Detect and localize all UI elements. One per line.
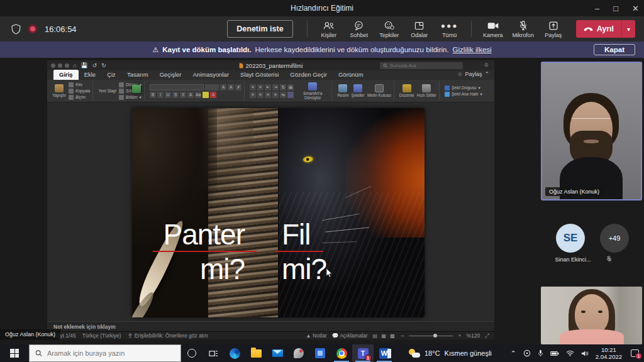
cortana-button[interactable] (181, 344, 203, 362)
quick-styles-button[interactable]: Hızlı Stiller (417, 84, 436, 97)
align-objects-button[interactable] (287, 92, 294, 98)
shape-fill-button[interactable]: Şekil Dolgusu ▾ (445, 85, 482, 90)
video-tile-speaking[interactable]: Oğuz Aslan (Konuk) (541, 62, 642, 200)
shadow-button[interactable]: X (180, 92, 186, 98)
taskbar-clock[interactable]: 10:21 2.04.2022 (596, 346, 622, 360)
clear-format-button[interactable]: ✗ (235, 84, 242, 90)
paragraph-controls[interactable]: ≡ ≡ ⇤ ⇥ ⇅ ▤ ≡ ≡ ≡ ≡ ⇆ (250, 84, 294, 98)
action-center-button[interactable]: 1 (629, 348, 640, 358)
slide-canvas[interactable]: Panter mi? Fil mi? (132, 108, 425, 317)
columns-button[interactable]: ▤ (287, 84, 294, 90)
teams-taskbar-button[interactable]: T1 (352, 344, 374, 362)
close-button[interactable]: ✕ (632, 4, 639, 13)
people-button[interactable]: Kişiler (315, 20, 343, 38)
indent-more-button[interactable]: ⇥ (272, 84, 279, 90)
format-painter-button[interactable]: Biçim (69, 95, 91, 100)
font-size-dropdown[interactable] (205, 84, 219, 90)
fit-slide-button[interactable]: ⤢ (485, 332, 489, 339)
taskbar-search-input[interactable] (47, 349, 175, 357)
font-controls[interactable]: A A ✗ B I U S X A Aa (150, 84, 242, 98)
chevron-up-icon[interactable]: ⌃ (511, 349, 516, 358)
tab-ciz[interactable]: Çiz (101, 70, 121, 80)
smartart-button[interactable]: SmartArt'a Dönüştür (296, 82, 329, 100)
video-tile-2[interactable] (541, 287, 642, 344)
volume-icon[interactable] (581, 350, 589, 357)
mac-window-controls[interactable] (51, 63, 69, 68)
privacy-policy-link[interactable]: Gizlilik ilkesi (453, 46, 492, 53)
new-slide-button[interactable]: Yeni Slayt (98, 89, 116, 93)
view-buttons[interactable]: ▤ ▦ ▩ (373, 333, 396, 339)
notes-toggle[interactable]: ▲ Notlar (306, 332, 326, 339)
shrink-font-button[interactable]: A (228, 84, 234, 90)
file-explorer-button[interactable] (245, 344, 267, 362)
tab-gorunum[interactable]: Görünüm (333, 70, 369, 80)
tray-app-icon[interactable] (523, 349, 531, 357)
shapes-button[interactable]: Şekiller (352, 84, 365, 97)
slide-text-right[interactable]: Fil mi? (282, 217, 326, 287)
participant-avatar[interactable]: SE (556, 224, 585, 253)
mail-button[interactable] (267, 344, 288, 362)
grow-font-button[interactable]: A (220, 84, 226, 90)
overflow-count-badge[interactable]: +49 (600, 224, 629, 253)
microphone-button[interactable]: Mikrofon (509, 20, 537, 38)
slide-text-left[interactable]: Panter mi? (163, 217, 245, 287)
start-button[interactable] (0, 344, 29, 362)
tab-animasyonlar[interactable]: Animasyonlar (187, 70, 235, 80)
edge-button[interactable] (224, 344, 245, 362)
home-icon[interactable]: ⌂ (73, 62, 76, 69)
redo-icon[interactable]: ↻ (101, 62, 106, 69)
ppt-share-button[interactable]: ☆ Paylaş ⌃ (457, 71, 489, 77)
comments-toggle[interactable]: 💬 Açıklamalar (332, 332, 368, 339)
tab-giris[interactable]: Giriş (53, 70, 79, 80)
font-name-dropdown[interactable] (150, 84, 204, 90)
font-color-button[interactable]: A (210, 92, 216, 98)
undo-icon[interactable]: ↺ (92, 62, 97, 69)
pinned-app-button-2[interactable] (309, 344, 331, 362)
accessibility-checker[interactable]: Erişilebilirlik: Önerilere göz atın (128, 332, 208, 339)
share-button[interactable]: Paylaş (540, 20, 567, 38)
camera-button[interactable]: Kamera (479, 20, 507, 38)
justify-button[interactable]: ≡ (272, 92, 279, 98)
banner-close-button[interactable]: Kapat (594, 44, 635, 55)
tray-mic-icon[interactable] (538, 349, 543, 357)
tab-slayt-gosterisi[interactable]: Slayt Gösterisi (235, 70, 284, 80)
bold-button[interactable]: B (150, 92, 156, 98)
cut-button[interactable]: Kes (69, 82, 91, 87)
maximize-button[interactable]: □ (613, 4, 618, 13)
tab-gecisler[interactable]: Geçişler (154, 70, 187, 80)
zoom-in-button[interactable]: + (458, 332, 461, 339)
copy-button[interactable]: Kopyala (69, 89, 91, 94)
paste-button[interactable]: Yapıştır (52, 84, 66, 97)
text-direction-button[interactable]: ⇆ (280, 92, 286, 98)
align-right-button[interactable]: ≡ (265, 92, 271, 98)
strikethrough-button[interactable]: S (172, 92, 179, 98)
spacing-button[interactable]: A (187, 92, 194, 98)
line-spacing-button[interactable]: ⇅ (280, 84, 286, 90)
leave-button[interactable]: Ayrıl (576, 20, 621, 38)
tab-gozden-gecir[interactable]: Gözden Geçir (284, 70, 333, 80)
picture-button[interactable]: Resim (337, 84, 348, 97)
align-center-button[interactable]: ≡ (257, 92, 264, 98)
pinned-app-button[interactable] (288, 344, 309, 362)
language-selector[interactable]: Türkçe (Türkiye) (82, 332, 121, 339)
ppt-search-box[interactable] (380, 62, 463, 69)
more-button[interactable]: ●●● Tümü (436, 20, 464, 38)
task-view-button[interactable] (203, 344, 224, 362)
taskbar-search-box[interactable] (29, 344, 181, 362)
textbox-button[interactable]: Metin Kutusu (367, 84, 391, 97)
wifi-icon[interactable] (566, 350, 574, 356)
underline-button[interactable]: U (165, 92, 171, 98)
indent-less-button[interactable]: ⇤ (265, 84, 271, 90)
highlight-color-button[interactable] (203, 92, 209, 98)
leave-options-button[interactable]: ▾ (621, 20, 635, 38)
chat-button[interactable]: Sohbet (345, 20, 373, 38)
tab-ekle[interactable]: Ekle (79, 70, 101, 80)
taskbar-weather[interactable]: 18°C Kısmen güneşli (409, 349, 492, 358)
request-control-button[interactable]: Denetim iste (227, 20, 292, 38)
zoom-out-button[interactable]: – (401, 332, 404, 339)
reactions-button[interactable]: Tepkiler (375, 20, 403, 38)
minimize-button[interactable]: – (595, 4, 599, 13)
save-icon[interactable]: 💾 (80, 62, 87, 69)
align-left-button[interactable]: ≡ (250, 92, 256, 98)
tab-tasarim[interactable]: Tasarım (121, 70, 154, 80)
